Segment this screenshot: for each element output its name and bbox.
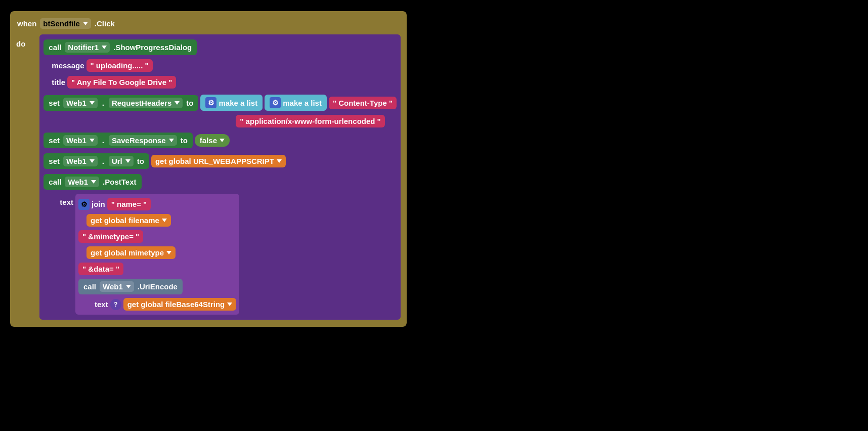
web1-name: Web1 <box>66 99 86 107</box>
call-label: call <box>49 43 61 52</box>
to-label-3: to <box>137 157 144 165</box>
any-file-string: " Any File To Google Drive " <box>67 76 176 89</box>
gear-icon-join[interactable]: ⚙ <box>78 199 90 210</box>
get-global-url-label: get global URL_WEBAPPSCRIPT <box>155 157 274 165</box>
name-eq-string: " name= " <box>107 198 151 210</box>
web1-uri-dropdown-arrow <box>126 285 131 288</box>
data-eq-row: " &data= " <box>78 263 236 275</box>
set-saveresponse-block: set Web1 . SaveResponse to <box>44 133 193 148</box>
get-filename-row: get global filename <box>86 214 236 227</box>
requestheaders-dropdown-arrow <box>175 101 180 105</box>
message-row: message " uploading..... " <box>52 59 397 72</box>
web1-dropdown-3[interactable]: Web1 <box>63 156 98 166</box>
text-filebase64-row: text ? get global fileBase64String <box>95 298 236 311</box>
do-block: call Notifier1 .ShowProgressDialog messa… <box>39 34 401 320</box>
web1-dropdown-arrow-2 <box>90 139 95 142</box>
false-block: false <box>195 134 230 147</box>
app-x-www-row: " application/x-www-form-urlencoded " <box>44 115 397 127</box>
text-join-row: text ⚙ join " name= " <box>44 194 397 315</box>
get-mimetype-arrow <box>166 251 171 254</box>
title-label: title <box>52 78 65 87</box>
to-label-2: to <box>181 136 188 145</box>
join-header-row: ⚙ join " name= " <box>78 198 236 210</box>
web1-dropdown-arrow <box>90 101 95 105</box>
call-uriencode-block: call Web1 .UriEncode <box>78 279 183 294</box>
post-text-label: .PostText <box>103 178 136 186</box>
web1-dropdown-4[interactable]: Web1 <box>65 177 99 187</box>
saveresponse-dropdown-arrow <box>169 139 174 142</box>
get-global-mimetype-label: get global mimetype <box>91 248 164 257</box>
dot-label-2: . <box>101 136 105 145</box>
web1-post-name: Web1 <box>68 178 88 186</box>
text-label: text <box>60 194 73 206</box>
saveresponse-dropdown[interactable]: SaveResponse <box>109 135 177 146</box>
make-list-block-1: ⚙ make a list <box>200 95 263 111</box>
notifier1-dropdown[interactable]: Notifier1 <box>65 42 110 53</box>
set-label: set <box>49 99 60 107</box>
requestheaders-name: RequestHeaders <box>112 99 171 107</box>
web1-name-2: Web1 <box>66 136 86 145</box>
saveresponse-name: SaveResponse <box>112 136 166 145</box>
false-label: false <box>200 136 217 145</box>
call-posttext-block: call Web1 .PostText <box>44 174 141 190</box>
dot-label: . <box>101 99 105 107</box>
web1-dropdown-2[interactable]: Web1 <box>63 135 98 146</box>
get-global-mimetype-block: get global mimetype <box>86 246 176 259</box>
dropdown-arrow-icon <box>83 22 88 25</box>
do-label: do <box>16 34 27 48</box>
call-uriencode-row: call Web1 .UriEncode <box>78 279 236 294</box>
web1-uri-name: Web1 <box>103 282 123 291</box>
get-global-filename-block: get global filename <box>86 214 171 227</box>
join-label: join <box>92 200 105 208</box>
set-url-row: set Web1 . Url to <box>44 153 397 169</box>
dot-label-3: . <box>101 157 105 165</box>
make-list-label-1: make a list <box>219 99 257 107</box>
button-name: btSendfile <box>43 19 80 28</box>
mimetype-eq-row: " &mimetype= " <box>78 230 236 243</box>
set-label-2: set <box>49 136 60 145</box>
web1-name-3: Web1 <box>66 157 86 165</box>
question-icon: ? <box>110 299 121 310</box>
notifier-dropdown-arrow <box>102 46 107 49</box>
get-global-filebase64-label: get global fileBase64String <box>127 300 225 309</box>
get-global-url-arrow <box>277 159 282 163</box>
get-global-filebase64-block: get global fileBase64String <box>123 298 237 311</box>
url-dropdown[interactable]: Url <box>109 156 134 166</box>
get-filebase64-arrow <box>227 303 232 306</box>
web1-dropdown-arrow-3 <box>90 159 95 163</box>
when-block: when btSendfile .Click do call No <box>10 11 407 327</box>
message-label: message <box>52 61 84 70</box>
web1-post-dropdown-arrow <box>91 180 96 184</box>
mimetype-eq-string: " &mimetype= " <box>78 230 143 243</box>
call-posttext-row: call Web1 .PostText <box>44 174 397 190</box>
set-saveresponse-row: set Web1 . SaveResponse to <box>44 133 397 148</box>
btSendfile-dropdown[interactable]: btSendfile <box>40 18 91 29</box>
content-type-string: " Content-Type " <box>329 97 397 109</box>
url-dropdown-arrow <box>125 159 131 163</box>
web1-dropdown-1[interactable]: Web1 <box>63 98 98 108</box>
data-eq-string: " &data= " <box>78 263 123 275</box>
get-global-url-block: get global URL_WEBAPPSCRIPT <box>151 155 286 167</box>
show-progress-label: .ShowProgressDialog <box>113 43 192 52</box>
app-x-www-string: " application/x-www-form-urlencoded " <box>236 115 384 127</box>
requestheaders-dropdown[interactable]: RequestHeaders <box>109 98 183 108</box>
set-requestheaders-block: set Web1 . RequestHeaders to <box>44 95 198 111</box>
gear-icon-2[interactable]: ⚙ <box>270 97 281 108</box>
url-name: Url <box>112 157 122 165</box>
to-label-1: to <box>186 99 193 107</box>
web1-dropdown-5[interactable]: Web1 <box>100 281 134 292</box>
set-label-3: set <box>49 157 60 165</box>
false-dropdown-arrow <box>220 139 225 142</box>
click-label: .Click <box>95 19 115 28</box>
set-requestheaders-row: set Web1 . RequestHeaders to <box>44 95 397 111</box>
get-filename-arrow <box>162 219 167 222</box>
gear-icon-1[interactable]: ⚙ <box>205 97 216 108</box>
make-list-block-2: ⚙ make a list <box>265 95 327 111</box>
call-notifier-block: call Notifier1 .ShowProgressDialog <box>44 39 197 55</box>
notifier-name: Notifier1 <box>68 43 99 52</box>
text-label-2: text <box>95 300 108 309</box>
title-row: title " Any File To Google Drive " <box>52 76 397 89</box>
uri-encode-label: .UriEncode <box>138 282 178 291</box>
get-global-filename-label: get global filename <box>91 216 159 225</box>
get-mimetype-row: get global mimetype <box>86 246 236 259</box>
